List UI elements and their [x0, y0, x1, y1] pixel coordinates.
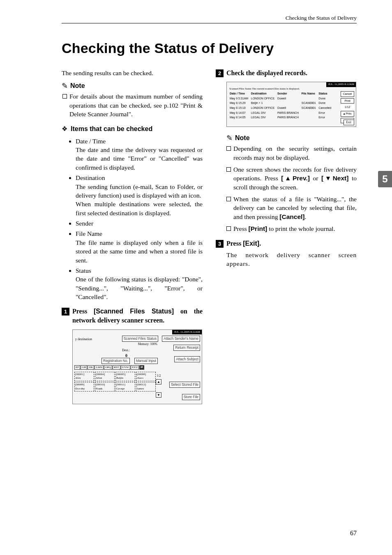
- select-stored-file-button[interactable]: Select Stored File: [169, 382, 200, 388]
- item-title: Status: [76, 266, 203, 275]
- registration-no-button[interactable]: Registration No.: [101, 358, 130, 364]
- step-1-text: Press [Scanned Files Status] on the netw…: [72, 307, 203, 325]
- print-button[interactable]: Print: [341, 98, 354, 104]
- running-header: Checking the Status of Delivery: [286, 15, 357, 21]
- list-item: Status One of the following status is di…: [76, 266, 203, 302]
- list-item: Date / Time The date and time the delive…: [76, 137, 203, 172]
- next-button-ref: [▼Next]: [321, 175, 349, 182]
- alpha-tabs[interactable]: EF GH IJK LMN OPQ RST UVW XYZ ⇄: [74, 365, 144, 370]
- shot2-timestamp: JUL. 11,2005 8:12AM: [326, 82, 356, 87]
- left-column: The sending results can be checked. ✎ No…: [62, 69, 203, 404]
- status-table: Date / TimeDestinationSenderFile NameSta…: [228, 91, 333, 120]
- page-number: 67: [350, 530, 357, 537]
- item-title: File Name: [76, 229, 203, 238]
- step-2-text: Check the displayed records.: [226, 69, 307, 78]
- page-title: Checking the Status of Delivery: [62, 40, 357, 56]
- list-item: Destination The sending function (e-mail…: [76, 173, 203, 217]
- table-row: May 8 14:07LEGAL DIVPARIS BRANCHError: [228, 111, 333, 115]
- pencil-icon: ✎: [62, 82, 68, 90]
- table-row: May 8 15:10LONDON OFFICEDowellSCAN0001Ca…: [228, 106, 333, 111]
- destination-label: y destination: [75, 337, 92, 341]
- list-item: Sender: [76, 219, 203, 228]
- top-note-text: For details about the maximum number of …: [69, 92, 203, 118]
- store-file-button[interactable]: Store File: [182, 394, 200, 401]
- square-bullet-icon: [226, 167, 231, 172]
- dest-label: Dest.:: [122, 348, 130, 352]
- manual-input-button[interactable]: Manual Input: [134, 358, 158, 364]
- square-bullet-icon: [226, 226, 231, 231]
- prev-button[interactable]: ▲Prev.: [341, 111, 354, 117]
- item-body: One of the following status is displayed…: [76, 275, 203, 301]
- step-1-badge: 1: [62, 308, 69, 315]
- step-3-text: Press [Exit].: [226, 239, 261, 248]
- pencil-icon: ✎: [226, 134, 233, 142]
- step-3-badge: 3: [216, 240, 224, 248]
- table-row: May 8 15:29Beijin + 1SCAN0001Done: [228, 101, 333, 106]
- right-column: 2 Check the displayed records. JUL. 11,2…: [216, 69, 357, 404]
- item-title: Date / Time: [76, 137, 203, 145]
- item-body: The file name is displayed only when a f…: [76, 238, 203, 265]
- switch-view-icon[interactable]: ⇄: [139, 365, 144, 370]
- cancel-button[interactable]: Cancel: [341, 91, 354, 97]
- item-body: The sending function (e-mail, Scan to Fo…: [76, 182, 203, 200]
- page: Checking the Status of Delivery Checking…: [0, 0, 392, 555]
- cancel-button-ref: [Cancel]: [279, 213, 304, 220]
- items-list: Date / Time The date and time the delive…: [62, 137, 203, 302]
- exit-button-ref: [Exit]: [243, 240, 259, 247]
- grid-down-button[interactable]: ▼: [156, 392, 161, 398]
- right-note-4: Press [Print] to print the whole journal…: [233, 224, 335, 233]
- item-title: Sender: [76, 219, 203, 228]
- chapter-tab: 5: [378, 171, 392, 187]
- page-indicator: 1/12: [341, 105, 354, 110]
- diamond-icon: ❖: [62, 126, 67, 132]
- scanned-files-status-button[interactable]: Scanned Files Status: [122, 336, 158, 342]
- items-heading: Items that can be checked: [71, 124, 152, 134]
- print-button-ref: [Print]: [249, 225, 267, 232]
- table-row: May 8 14:05LEGAL DIVPARIS BRANCHError: [228, 115, 333, 120]
- attach-subject-button[interactable]: Attach Subject: [174, 356, 200, 363]
- right-note-2: One screen shows the records for five de…: [233, 165, 357, 191]
- scanned-files-status-button-ref: [Scanned Files Status]: [94, 308, 174, 315]
- exit-button[interactable]: Exit: [344, 120, 355, 125]
- list-item: File Name The file name is displayed onl…: [76, 229, 203, 265]
- right-note-3: When the status of a file is "Waiting...…: [233, 195, 357, 221]
- return-receipt-button[interactable]: Return Receipt: [173, 345, 200, 351]
- step-1-pre: Press: [72, 308, 94, 315]
- shot2-caption: Scanned Files Status The current scanned…: [229, 87, 300, 91]
- square-bullet-icon: [226, 146, 231, 151]
- grid-page-indicator: 1/2: [157, 373, 161, 378]
- note-label: Note: [235, 134, 250, 143]
- prev-button-ref: [▲Prev.]: [281, 175, 310, 182]
- memory-label: Memory: 100%: [138, 342, 157, 346]
- network-delivery-scanner-screenshot: JUL. 11,2005 8:12AM Scanned Files Status…: [72, 329, 202, 404]
- address-grid[interactable]: [00001]Alex [00004]Allen [00005]Beijin […: [74, 372, 156, 392]
- shot1-timestamp: JUL. 11,2005 8:12AM: [172, 330, 202, 335]
- header-rule: [62, 23, 357, 23]
- square-bullet-icon: [62, 94, 67, 99]
- item-title: Destination: [76, 173, 203, 182]
- right-note-1: Depending on the security settings, cert…: [233, 144, 357, 162]
- table-row: May 9 5:31AMLONDON OFFICEDowellDone: [228, 96, 333, 101]
- step-3-follow: The network delivery scanner screen appe…: [226, 251, 357, 268]
- item-body-2: When multiple destinations were selected…: [76, 200, 203, 217]
- note-label: Note: [70, 81, 85, 90]
- step-2-badge: 2: [216, 69, 224, 77]
- scanned-files-status-screenshot: JUL. 11,2005 8:12AM Scanned Files Status…: [226, 82, 356, 127]
- square-bullet-icon: [226, 197, 231, 201]
- grid-up-button[interactable]: ▲: [156, 379, 161, 385]
- intro-paragraph: The sending results can be checked.: [62, 69, 203, 77]
- attach-senders-name-button[interactable]: Attach Sender's Name: [162, 336, 200, 342]
- item-body: The date and time the delivery was reque…: [76, 145, 203, 172]
